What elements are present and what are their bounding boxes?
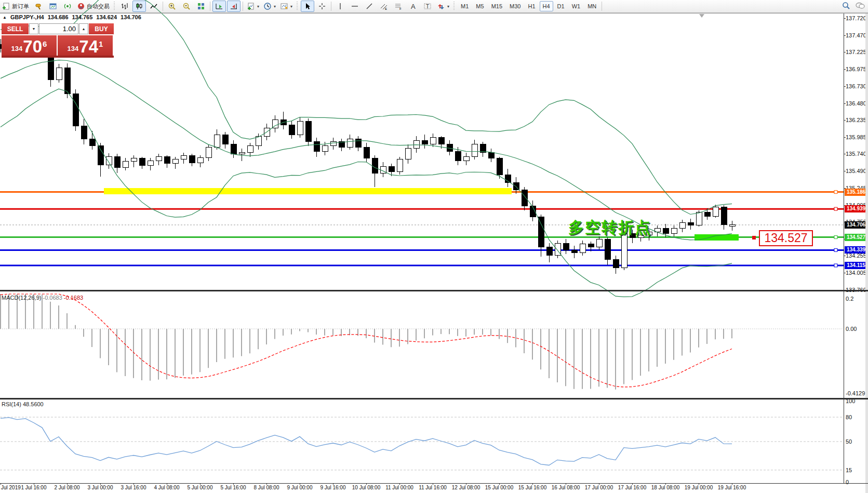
sell-price[interactable]: 134 70 6: [2, 35, 57, 56]
date-label: 8 Jul 08:00: [249, 485, 284, 490]
hline-marker[interactable]: [834, 207, 837, 210]
candle-body: [98, 146, 103, 165]
yellow-highlight-band[interactable]: [104, 188, 512, 194]
sell-button[interactable]: SELL: [2, 23, 29, 34]
candle-body: [231, 144, 236, 154]
candle-body: [355, 139, 361, 147]
volume-input[interactable]: 1.00: [39, 23, 78, 34]
candle-body: [114, 157, 120, 168]
sell-price-base: 134: [11, 45, 23, 52]
macd-signal-line: [1, 294, 732, 387]
price-tick-label: 136.730: [846, 83, 866, 89]
candle-body: [289, 125, 295, 135]
candle-body: [89, 139, 95, 145]
candle-body: [305, 121, 311, 142]
candle-body: [389, 166, 394, 172]
price-badge-134.339: 134.339: [845, 246, 867, 254]
candle-body: [405, 149, 411, 159]
candle-body: [64, 68, 70, 94]
panel-splitter-main-macd[interactable]: [0, 290, 868, 291]
candle-body: [438, 138, 444, 144]
price-tick-label: 135.985: [846, 134, 866, 140]
candle-body: [729, 225, 735, 226]
price-tick-label: 136.480: [846, 100, 866, 106]
callout-anchor[interactable]: [752, 236, 756, 239]
candle-body: [123, 162, 128, 168]
candle-body: [621, 234, 627, 268]
panel-splitter-macd-rsi[interactable]: [0, 398, 868, 399]
price-tick-label: 136.235: [846, 117, 866, 123]
rsi-scale-label: 80: [846, 414, 852, 420]
candle-body: [413, 140, 419, 149]
candle-body: [596, 239, 602, 247]
ohlc-close: 134.706: [121, 14, 141, 20]
macd-scale-label: -0.4129: [846, 390, 865, 396]
date-label: 3 Jul 00:00: [83, 485, 118, 490]
date-label: 17 Jul 00:00: [581, 485, 617, 490]
chart-canvas[interactable]: [0, 0, 868, 493]
candle-body: [197, 157, 203, 163]
candle-body: [546, 247, 552, 256]
candle-body: [214, 135, 220, 147]
candle-body: [239, 153, 245, 154]
date-label: 18 Jul 08:00: [648, 485, 683, 490]
candle-body: [555, 243, 560, 256]
candle-body: [297, 121, 303, 135]
sell-price-pip: 6: [43, 39, 47, 48]
buy-price-pip: 1: [99, 39, 103, 48]
rsi-scale-label: 15: [846, 467, 852, 473]
volume-increase-button[interactable]: ▲: [79, 23, 88, 34]
date-label: 17 Jul 16:00: [615, 485, 650, 490]
candle-body: [314, 142, 319, 151]
candle-body: [663, 228, 669, 234]
candle-body: [580, 244, 585, 252]
volume-decrease-button[interactable]: ▼: [29, 23, 38, 34]
candle-body: [588, 244, 594, 247]
buy-price-base: 134: [68, 45, 79, 52]
candle-body: [463, 157, 469, 161]
window-edge: [865, 13, 868, 493]
price-tick-label: 137.225: [846, 49, 866, 55]
price-callout-box[interactable]: 134.527: [759, 230, 813, 246]
date-label: 12 Jul 08:00: [448, 485, 484, 490]
annotation-text[interactable]: 多空转折点: [568, 217, 651, 238]
date-label: 9 Jul 00:00: [282, 485, 317, 490]
buy-button[interactable]: BUY: [89, 23, 114, 34]
candle-body: [131, 158, 137, 162]
candle-body: [704, 212, 710, 217]
price-badge-134.939: 134.939: [845, 205, 867, 212]
collapse-triangle-icon[interactable]: ▲: [3, 15, 7, 20]
hline-marker[interactable]: [834, 191, 837, 194]
macd-scale-label: 0.00: [846, 326, 857, 332]
candle-body: [538, 217, 544, 247]
candle-body: [364, 147, 369, 158]
date-label: 4 Jul 08:00: [149, 485, 184, 490]
date-label: 2 Jul 08:00: [49, 485, 85, 490]
candle-body: [613, 260, 619, 268]
price-badge-134.115: 134.115: [845, 262, 867, 269]
price-tick-label: 137.720: [846, 15, 866, 21]
hline-marker[interactable]: [834, 236, 837, 239]
candle-body: [472, 144, 477, 157]
buy-price[interactable]: 134 74 1: [58, 35, 113, 56]
axis-baseline: [0, 483, 868, 484]
candle-body: [397, 159, 403, 172]
hline-marker[interactable]: [834, 264, 837, 267]
candle-body: [272, 119, 278, 128]
candle-body: [430, 138, 436, 144]
hline-marker[interactable]: [834, 248, 837, 251]
price-tick-label: 134.005: [846, 270, 866, 276]
candle-body: [455, 151, 461, 161]
chart-top-border: [0, 13, 868, 14]
candle-body: [571, 250, 577, 252]
macd-scale-label: 0.2: [846, 296, 853, 302]
buy-price-main: 74: [79, 39, 98, 55]
price-tick-label: 135.490: [846, 168, 866, 174]
candle-body: [347, 139, 353, 147]
macd-label: MACD(12,26,9) -0.0683 -0.1683: [2, 295, 83, 301]
price-axis-border: [844, 13, 844, 484]
candle-body: [164, 157, 170, 164]
candle-body: [713, 207, 718, 216]
candle-body: [688, 222, 693, 225]
chart-shift-marker[interactable]: [699, 14, 704, 18]
